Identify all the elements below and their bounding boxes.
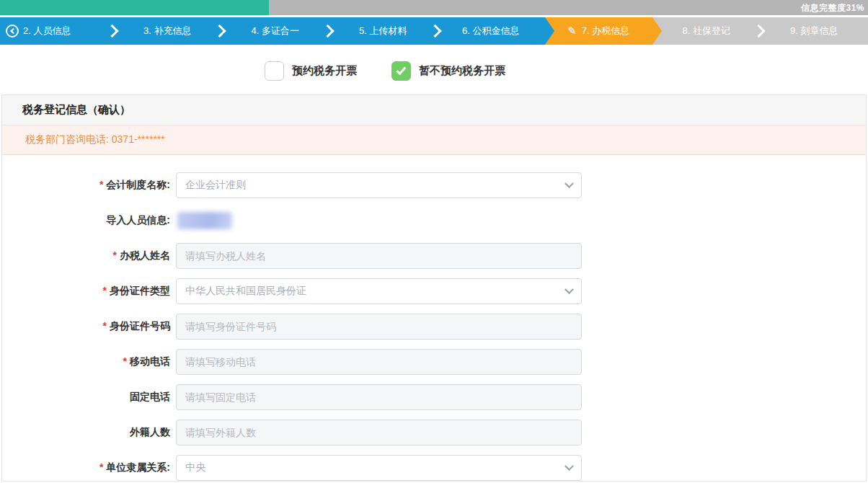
field-label: *外籍人数 bbox=[2, 426, 170, 439]
affiliation-select[interactable]: 中央 bbox=[176, 455, 582, 481]
tax-registration-panel: 税务登记信息（确认） 税务部门咨询电话: 0371-******* *会计制度名… bbox=[1, 94, 867, 482]
tax-hotline-notice: 税务部门咨询电话: 0371-******* bbox=[2, 125, 866, 155]
accounting-system-select[interactable]: 企业会计准则 bbox=[176, 172, 582, 198]
field-label: *单位隶属关系: bbox=[2, 461, 170, 474]
chevron-down-icon bbox=[564, 179, 574, 188]
required-asterisk: * bbox=[113, 249, 117, 261]
field-label: *固定电话 bbox=[2, 391, 170, 404]
no-reserve-invoice-label: 暂不预约税务开票 bbox=[419, 64, 505, 78]
required-asterisk: * bbox=[103, 320, 107, 332]
landline-phone-input[interactable] bbox=[176, 384, 582, 410]
chevron-down-icon bbox=[564, 461, 574, 471]
select-value: 中央 bbox=[185, 461, 205, 474]
step-3-supplementary-info[interactable]: 3. 补充信息 bbox=[114, 17, 222, 45]
tax-registration-form: *会计制度名称: 企业会计准则 *导入人员信息: *办税人姓名 *身份证件类型 bbox=[2, 155, 866, 481]
back-circle-icon[interactable] bbox=[6, 25, 19, 37]
required-asterisk: * bbox=[103, 285, 107, 296]
id-number-row: *身份证件号码 bbox=[2, 314, 866, 340]
completeness-progress-bar: 信息完整度31% bbox=[0, 0, 868, 15]
import-personnel-link-redacted[interactable] bbox=[177, 212, 232, 229]
select-value: 企业会计准则 bbox=[185, 179, 246, 192]
select-value: 中华人民共和国居民身份证 bbox=[185, 285, 306, 298]
pencil-icon: ✎ bbox=[567, 25, 577, 37]
field-label: *会计制度名称: bbox=[2, 179, 170, 192]
foreign-staff-count-row: *外籍人数 bbox=[2, 420, 866, 446]
field-label: *身份证件类型 bbox=[2, 285, 170, 298]
completeness-label: 信息完整度31% bbox=[801, 1, 864, 14]
import-personnel-row: *导入人员信息: bbox=[2, 208, 866, 234]
step-6-housing-fund-info[interactable]: 6. 公积金信息 bbox=[437, 17, 545, 45]
field-label: *办税人姓名 bbox=[2, 249, 170, 262]
step-7-tax-info[interactable]: ✎ 7. 办税信息 bbox=[545, 17, 653, 45]
no-reserve-invoice-checkbox[interactable] bbox=[391, 61, 411, 81]
step-4-multi-cert[interactable]: 4. 多证合一 bbox=[221, 17, 329, 45]
required-asterisk: * bbox=[123, 355, 127, 367]
foreign-staff-count-input[interactable] bbox=[176, 420, 582, 446]
mobile-phone-row: *移动电话 bbox=[2, 349, 866, 375]
reserve-invoice-checkbox[interactable] bbox=[265, 61, 284, 81]
reserve-invoice-label: 预约税务开票 bbox=[292, 64, 357, 78]
step-9-seal-info[interactable]: 9. 刻章信息 bbox=[761, 17, 868, 45]
invoice-option-row: 预约税务开票 暂不预约税务开票 bbox=[0, 61, 819, 81]
field-label: *移动电话 bbox=[2, 355, 170, 368]
progress-fill bbox=[0, 0, 269, 15]
tax-handler-name-row: *办税人姓名 bbox=[2, 243, 866, 269]
required-asterisk: * bbox=[99, 461, 103, 473]
step-2-personnel-info[interactable]: 2. 人员信息 bbox=[0, 17, 114, 45]
field-label: *身份证件号码 bbox=[2, 320, 170, 333]
step-8-social-security[interactable]: 8. 社保登记 bbox=[652, 17, 761, 45]
landline-phone-row: *固定电话 bbox=[2, 384, 866, 410]
tax-handler-name-input[interactable] bbox=[176, 243, 582, 269]
step-wizard-bar: 2. 人员信息 3. 补充信息 4. 多证合一 5. 上传材料 6. 公积金信息… bbox=[0, 17, 868, 45]
panel-title: 税务登记信息（确认） bbox=[2, 95, 866, 125]
check-icon bbox=[396, 65, 406, 75]
mobile-phone-input[interactable] bbox=[176, 349, 582, 375]
required-asterisk: * bbox=[99, 179, 103, 190]
affiliation-row: *单位隶属关系: 中央 bbox=[2, 455, 866, 481]
chevron-down-icon bbox=[564, 285, 574, 294]
id-type-row: *身份证件类型 中华人民共和国居民身份证 bbox=[2, 278, 866, 304]
id-number-input[interactable] bbox=[176, 314, 582, 340]
field-label: *导入人员信息: bbox=[2, 214, 170, 227]
id-type-select[interactable]: 中华人民共和国居民身份证 bbox=[176, 278, 582, 304]
accounting-system-row: *会计制度名称: 企业会计准则 bbox=[2, 172, 866, 198]
step-5-upload-materials[interactable]: 5. 上传材料 bbox=[329, 17, 438, 45]
